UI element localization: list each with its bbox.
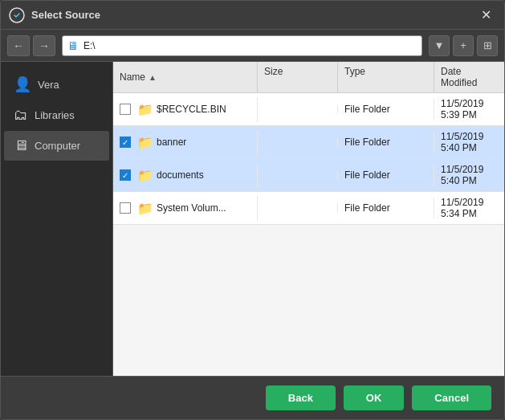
- column-header-name: Name ▲: [113, 62, 258, 92]
- file-date-cell: 11/5/2019 5:39 PM: [434, 93, 504, 125]
- view-toggle-button[interactable]: ⊞: [477, 35, 498, 56]
- main-content: 👤 Vera 🗂 Libraries 🖥 Computer Name ▲ Siz…: [1, 62, 504, 376]
- row1-checkbox[interactable]: [120, 104, 131, 115]
- file-size-cell: [258, 104, 338, 114]
- row4-checkbox[interactable]: [120, 202, 131, 214]
- back-button[interactable]: ←: [7, 35, 30, 56]
- file-type-cell: File Folder: [338, 132, 434, 153]
- computer-icon: 🖥: [67, 39, 79, 52]
- file-name-cell: ✓ 📁 banner: [113, 130, 258, 155]
- select-source-dialog: Select Source ✕ ← → 🖥 E:\ ▼ + ⊞ 👤 Vera 🗂…: [0, 0, 505, 420]
- column-header-type: Type: [338, 62, 434, 92]
- file-type-cell: File Folder: [338, 99, 434, 120]
- table-row[interactable]: 📁 System Volum... File Folder 11/5/2019 …: [113, 192, 504, 225]
- folder-icon: 📁: [137, 168, 153, 183]
- row3-checkbox[interactable]: ✓: [120, 169, 131, 181]
- dialog-icon: [9, 7, 25, 23]
- row2-checkbox[interactable]: ✓: [120, 137, 131, 148]
- vera-icon: 👤: [14, 75, 31, 93]
- sidebar-item-libraries[interactable]: 🗂 Libraries: [4, 100, 109, 130]
- table-row[interactable]: ✓ 📁 banner File Folder 11/5/2019 5:40 PM: [113, 126, 504, 159]
- address-bar: 🖥 E:\: [62, 35, 422, 56]
- file-name-cell: 📁 $RECYCLE.BIN: [113, 97, 258, 122]
- title-bar: Select Source ✕: [1, 1, 504, 30]
- back-button[interactable]: Back: [266, 385, 336, 410]
- file-name-cell: 📁 System Volum...: [113, 196, 258, 221]
- file-size-cell: [258, 137, 338, 147]
- sidebar-item-vera[interactable]: 👤 Vera: [4, 69, 109, 100]
- address-text: E:\: [83, 40, 96, 51]
- sidebar-vera-label: Vera: [38, 79, 59, 91]
- file-type-cell: File Folder: [338, 165, 434, 186]
- sort-arrow-icon: ▲: [149, 73, 157, 82]
- sidebar-item-computer[interactable]: 🖥 Computer: [4, 131, 109, 161]
- file-date-cell: 11/5/2019 5:34 PM: [434, 192, 504, 224]
- new-folder-button[interactable]: +: [453, 35, 474, 56]
- table-row[interactable]: 📁 $RECYCLE.BIN File Folder 11/5/2019 5:3…: [113, 93, 504, 126]
- file-list-container: Name ▲ Size Type Date Modified 📁 $: [113, 62, 504, 376]
- folder-icon: 📁: [137, 201, 153, 216]
- table-row[interactable]: ✓ 📁 documents File Folder 11/5/2019 5:40…: [113, 159, 504, 192]
- address-dropdown-button[interactable]: ▼: [429, 35, 450, 56]
- computer-sidebar-icon: 🖥: [14, 137, 28, 154]
- file-list-header: Name ▲ Size Type Date Modified: [113, 62, 504, 93]
- sidebar-computer-label: Computer: [35, 140, 80, 152]
- close-button[interactable]: ✕: [476, 7, 496, 23]
- file-type-cell: File Folder: [338, 198, 434, 218]
- ok-button[interactable]: OK: [344, 385, 405, 410]
- dialog-title: Select Source: [31, 9, 476, 21]
- cancel-button[interactable]: Cancel: [412, 385, 491, 410]
- sidebar-libraries-label: Libraries: [35, 109, 75, 121]
- column-header-size: Size: [258, 62, 338, 92]
- folder-icon: 📁: [137, 102, 153, 117]
- libraries-icon: 🗂: [14, 107, 28, 124]
- column-header-date: Date Modified: [434, 62, 504, 92]
- file-date-cell: 11/5/2019 5:40 PM: [434, 126, 504, 158]
- toolbar: ← → 🖥 E:\ ▼ + ⊞: [1, 30, 504, 62]
- sidebar: 👤 Vera 🗂 Libraries 🖥 Computer: [1, 62, 113, 376]
- file-size-cell: [258, 203, 338, 213]
- folder-icon: 📁: [137, 135, 153, 150]
- forward-button[interactable]: →: [33, 35, 55, 56]
- file-name-cell: ✓ 📁 documents: [113, 163, 258, 188]
- file-date-cell: 11/5/2019 5:40 PM: [434, 159, 504, 191]
- file-size-cell: [258, 170, 338, 180]
- footer: Back OK Cancel: [1, 376, 504, 419]
